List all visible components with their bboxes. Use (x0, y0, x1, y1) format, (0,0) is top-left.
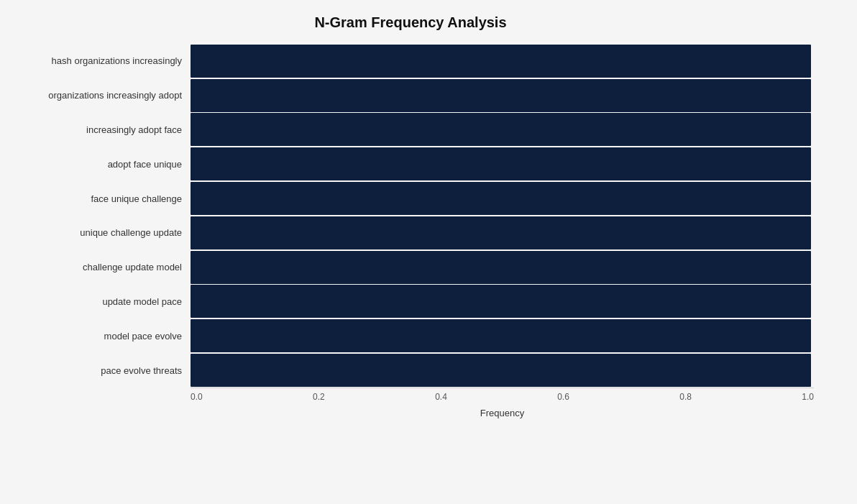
bar-track (191, 79, 814, 112)
bar-fill (191, 147, 811, 180)
bar-label: organizations increasingly adopt (7, 90, 191, 101)
bar-row: increasingly adopt face (7, 113, 814, 147)
bar-label: challenge update model (7, 262, 191, 272)
bar-fill (191, 354, 811, 387)
chart-container: N-Gram Frequency Analysis hash organizat… (0, 0, 857, 504)
chart-area: hash organizations increasinglyorganizat… (7, 44, 814, 418)
x-tick: 0.6 (557, 392, 569, 402)
bar-label: unique challenge update (7, 227, 191, 238)
bar-track (191, 285, 814, 318)
bar-label: model pace evolve (7, 331, 191, 342)
bar-track (191, 45, 814, 78)
bar-row: update model pace (7, 285, 814, 319)
bar-track (191, 319, 814, 352)
bar-track-wrapper (191, 182, 814, 215)
bar-row: unique challenge update (7, 216, 814, 250)
bar-label: hash organizations increasingly (7, 55, 191, 66)
bar-track (191, 113, 814, 146)
bar-track-wrapper (191, 45, 814, 78)
bar-track (191, 354, 814, 387)
bar-fill (191, 285, 811, 318)
bars-section: hash organizations increasinglyorganizat… (7, 44, 814, 388)
bar-label: face unique challenge (7, 193, 191, 204)
bar-fill (191, 113, 811, 146)
bar-fill (191, 182, 811, 215)
bar-fill (191, 79, 811, 112)
x-tick: 0.8 (679, 392, 692, 402)
bar-track-wrapper (191, 216, 814, 249)
bar-row: organizations increasingly adopt (7, 78, 814, 113)
bar-row: face unique challenge (7, 181, 814, 216)
bar-row: model pace evolve (7, 319, 814, 353)
x-tick: 0.0 (191, 392, 203, 402)
x-axis-label: Frequency (191, 408, 814, 418)
x-tick: 1.0 (802, 392, 814, 402)
bar-label: adopt face unique (7, 159, 191, 170)
bar-label: pace evolve threats (7, 365, 191, 376)
bar-track (191, 251, 814, 284)
chart-title: N-Gram Frequency Analysis (7, 14, 814, 31)
bar-track-wrapper (191, 147, 814, 180)
bar-track-wrapper (191, 113, 814, 146)
bar-label: increasingly adopt face (7, 124, 191, 135)
bar-track (191, 182, 814, 215)
bar-track-wrapper (191, 354, 814, 387)
bar-fill (191, 216, 811, 249)
bar-fill (191, 251, 811, 284)
bar-row: pace evolve threats (7, 353, 814, 388)
bar-row: adopt face unique (7, 147, 814, 181)
bar-track-wrapper (191, 251, 814, 284)
bar-track-wrapper (191, 79, 814, 112)
bar-track (191, 216, 814, 249)
bar-fill (191, 319, 811, 352)
bar-label: update model pace (7, 296, 191, 307)
bar-track (191, 147, 814, 180)
x-axis-area: 0.00.20.40.60.81.0 Frequency (191, 388, 814, 418)
bar-fill (191, 45, 811, 78)
x-tick: 0.2 (313, 392, 325, 402)
bar-row: challenge update model (7, 250, 814, 285)
bar-row: hash organizations increasingly (7, 44, 814, 78)
x-axis-ticks: 0.00.20.40.60.81.0 (191, 388, 814, 402)
x-tick: 0.4 (435, 392, 447, 402)
bar-track-wrapper (191, 285, 814, 318)
bar-track-wrapper (191, 319, 814, 352)
